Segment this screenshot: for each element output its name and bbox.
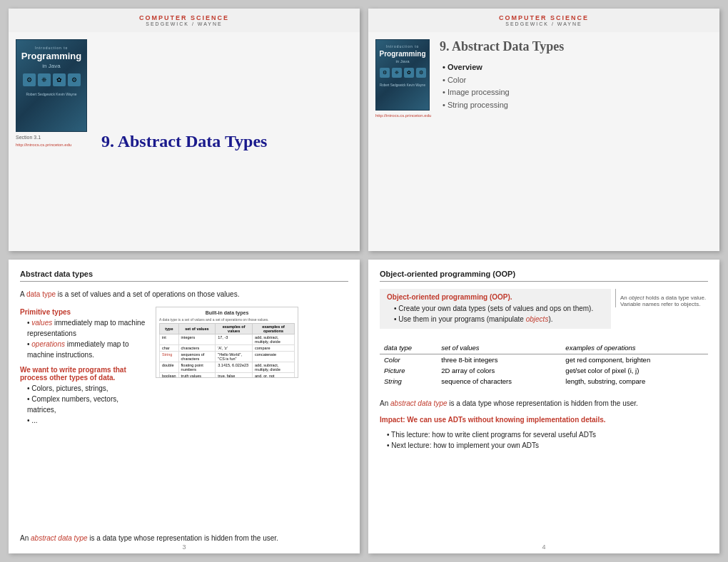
impact-bullet-2: Next lecture: how to implement your own … <box>387 440 708 451</box>
book-subtitle: in Java <box>42 63 60 69</box>
abstract-data-type-link-left: abstract data type <box>31 534 88 542</box>
slide-2-cs-title: COMPUTER SCIENCE <box>380 14 708 21</box>
panel-left-intro: A data type is a set of values and a set… <box>20 289 348 300</box>
book-authors-2: Robert Sedgewick Kevin Wayne <box>380 83 425 87</box>
menu-item-color: • Color <box>443 74 712 87</box>
bullet-operations: operations immediately map to machine in… <box>27 339 148 360</box>
oop-type-color: Color <box>380 354 437 366</box>
book-title-2: Programming <box>379 50 425 58</box>
slide-2-header: COMPUTER SCIENCE SEDGEWICK / WAYNE <box>368 9 719 32</box>
slide-2-body: Introduction to Programming in Java ⚙ ❈ … <box>368 32 719 251</box>
oop-row-string: String sequence of characters length, su… <box>380 376 708 387</box>
oop-values-string: sequence of characters <box>437 376 561 387</box>
oop-box-title: Object-oriented programming (OOP). <box>387 293 604 301</box>
book-icon-1: ⚙ <box>23 73 36 86</box>
book-url-2: http://introcs.cs.princeton.edu <box>375 113 431 118</box>
impact-bullet-1: This lecture: how to write client progra… <box>387 429 708 440</box>
slide-2-cs-subtitle: SEDGEWICK / WAYNE <box>380 21 708 26</box>
col-values: set of values <box>178 324 216 334</box>
book-subtitle-2: in Java <box>395 59 409 63</box>
type-char: char <box>160 345 179 352</box>
bullet-values: values immediately map to machine repres… <box>27 317 148 339</box>
slide-1-cs-title: COMPUTER SCIENCE <box>20 14 348 21</box>
oop-row-picture: Picture 2D array of colors get/set color… <box>380 365 708 376</box>
row-int: int integers 17, -3 add, subtract, multi… <box>160 334 295 345</box>
col-type: type <box>160 324 179 334</box>
page-num-right: 4 <box>542 543 545 551</box>
type-double: double <box>160 362 179 373</box>
book-icons-2: ⚙ ❈ ✿ ⚙ <box>380 68 426 78</box>
book-url-1: http://introcs.cs.princeton.edu <box>16 143 94 147</box>
oop-type-picture: Picture <box>380 365 437 376</box>
oop-ops-string: length, substring, compare <box>561 376 708 387</box>
panel-left-table-col: Built-in data types A data type is a set… <box>156 304 348 524</box>
book-title: Programming <box>21 51 82 61</box>
oop-ops-picture: get/set color of pixel (i, j) <box>561 365 708 376</box>
book-icon-2: ❈ <box>38 73 51 86</box>
book-intro: Introduction to <box>35 46 69 50</box>
panel-right-title: Object-oriented programming (OOP) <box>380 270 708 282</box>
book-icon-sm-2: ❈ <box>392 68 402 78</box>
row-char: char characters 'A', 'z' compare <box>160 345 295 352</box>
abstract-data-type-link-right: abstract data type <box>390 399 448 407</box>
slide-2-content: 9. Abstract Data Types • Overview • Colo… <box>440 39 712 244</box>
menu-item-string: • String processing <box>443 99 712 112</box>
primitive-bullets: values immediately map to machine repres… <box>20 317 148 360</box>
want-bullet-3: ... <box>27 415 148 426</box>
row-boolean: boolean truth values true, false and, or… <box>160 373 295 379</box>
row-double: double floating point numbers 3.1415, 6.… <box>160 362 295 373</box>
oop-values-color: three 8-bit integers <box>437 354 561 366</box>
slide-1-main-title: 9. Abstract Data Types <box>101 131 267 152</box>
oop-box-bullets: Create your own data types (sets of valu… <box>387 303 604 325</box>
book-icons: ⚙ ❈ ✿ ⚙ <box>23 73 81 86</box>
slide-2-menu: • Overview • Color • Image processing • … <box>440 61 712 111</box>
page-num-left: 3 <box>182 543 186 551</box>
slide-1-cs-subtitle: SEDGEWICK / WAYNE <box>20 21 348 26</box>
slide-1-header: COMPUTER SCIENCE SEDGEWICK / WAYNE <box>9 9 360 32</box>
slide-1-title-area: 9. Abstract Data Types <box>101 39 353 244</box>
row-string: String sequences of characters "Hello Wo… <box>160 352 295 362</box>
slide-1-book: Introduction to Programming in Java ⚙ ❈ … <box>16 39 94 244</box>
builtin-subtitle: A data type is a set of values and a set… <box>159 317 295 322</box>
type-string: String <box>160 352 179 362</box>
oop-col-ops: examples of operations <box>561 342 708 354</box>
book-authors: Robert Sedgewick Kevin Wayne <box>26 92 76 96</box>
panel-abstract-data-types: Abstract data types A data type is a set… <box>9 260 360 553</box>
panel-right-conclusion: An abstract data type is a data type who… <box>380 398 708 409</box>
slide-2-book: Introduction to Programming in Java ⚙ ❈ … <box>375 39 433 244</box>
oop-intro-box: Object-oriented programming (OOP). Creat… <box>380 289 611 329</box>
panel-left-two-col: Primitive types values immediately map t… <box>20 304 348 524</box>
panel-left-conclusion: An abstract data type is a data type who… <box>20 533 348 543</box>
oop-bullet-1: Create your own data types (sets of valu… <box>394 303 604 314</box>
oop-ops-color: get red component, brighten <box>561 354 708 366</box>
panel-left-title: Abstract data types <box>20 270 348 282</box>
oop-data-table: data type set of values examples of oper… <box>380 342 708 387</box>
book-section: Section 3.1 <box>16 135 94 140</box>
builtin-data-table: type set of values examples of values ex… <box>159 323 295 378</box>
slide-2: COMPUTER SCIENCE SEDGEWICK / WAYNE Intro… <box>368 9 719 251</box>
type-int: int <box>160 334 179 345</box>
want-bullets: Colors, pictures, strings, Complex numbe… <box>20 383 148 426</box>
want-bullet-2: Complex numbers, vectors, matrices, <box>27 394 148 415</box>
primitive-types-label: Primitive types <box>20 308 148 316</box>
menu-item-image: • Image processing <box>443 86 712 99</box>
oop-col-datatype: data type <box>380 342 437 354</box>
impact-bullets: This lecture: how to write client progra… <box>380 429 708 451</box>
book-cover-1: Introduction to Programming in Java ⚙ ❈ … <box>16 39 87 132</box>
oop-note: An object holds a data type value.Variab… <box>615 289 708 307</box>
col-ops: examples of operations <box>253 324 295 334</box>
panel-left-text-col: Primitive types values immediately map t… <box>20 304 148 524</box>
oop-type-string: String <box>380 376 437 387</box>
menu-item-overview: • Overview <box>443 61 712 74</box>
slide-2-main-title: 9. Abstract Data Types <box>440 39 712 54</box>
want-label: We want to write programs that process o… <box>20 366 148 382</box>
book-icon-3: ✿ <box>53 73 66 86</box>
book-icon-4: ⚙ <box>68 73 81 86</box>
oop-col-values: set of values <box>437 342 561 354</box>
book-icon-sm-3: ✿ <box>404 68 414 78</box>
oop-values-picture: 2D array of colors <box>437 365 561 376</box>
builtin-table-title: Built-in data types <box>159 310 295 315</box>
impact-label: Impact: We can use ADTs without knowing … <box>380 416 708 424</box>
slide-1: COMPUTER SCIENCE SEDGEWICK / WAYNE Intro… <box>9 9 360 251</box>
col-examples: examples of values <box>216 324 253 334</box>
